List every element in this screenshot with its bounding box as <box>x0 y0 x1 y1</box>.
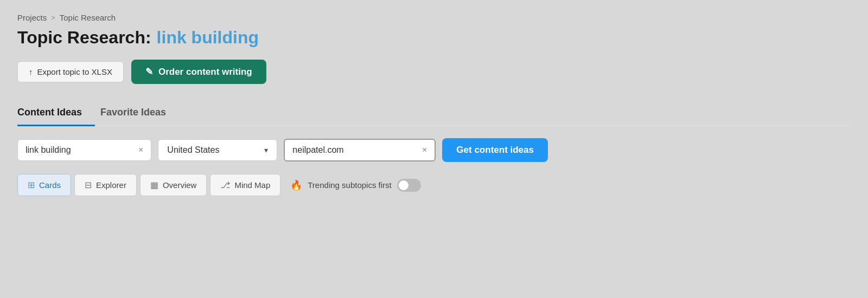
page-title-keyword: link building <box>157 28 259 48</box>
export-label: Export topic to XLSX <box>37 67 112 76</box>
chevron-down-icon: ▾ <box>264 146 268 154</box>
domain-input[interactable] <box>292 145 418 155</box>
view-tabs-row: ⊞ Cards ⊟ Explorer ▦ Overview ⎇ Mind Map… <box>17 174 851 196</box>
fire-icon: 🔥 <box>290 179 302 191</box>
view-tabs: ⊞ Cards ⊟ Explorer ▦ Overview ⎇ Mind Map <box>17 174 280 196</box>
toolbar: ↑ Export topic to XLSX ✎ Order content w… <box>17 60 851 84</box>
trending-label: Trending subtopics first <box>308 180 392 190</box>
country-value: United States <box>167 145 260 155</box>
order-writing-label: Order content writing <box>158 67 252 77</box>
page-title-prefix: Topic Research: <box>17 28 151 48</box>
breadcrumb-current: Topic Research <box>60 13 116 22</box>
breadcrumb-projects[interactable]: Projects <box>17 13 47 22</box>
main-tabs: Content Ideas Favorite Ideas <box>17 101 851 126</box>
trending-section: 🔥 Trending subtopics first <box>290 179 421 192</box>
order-writing-button[interactable]: ✎ Order content writing <box>131 60 266 84</box>
page-title: Topic Research: link building <box>17 28 851 48</box>
domain-filter[interactable]: × <box>284 139 436 161</box>
overview-icon: ▦ <box>150 180 158 190</box>
keyword-clear-icon[interactable]: × <box>138 146 143 154</box>
order-writing-icon: ✎ <box>145 66 153 77</box>
overview-label: Overview <box>163 180 197 190</box>
keyword-filter[interactable]: × <box>17 139 151 161</box>
domain-clear-icon[interactable]: × <box>422 146 427 154</box>
export-button[interactable]: ↑ Export topic to XLSX <box>17 61 124 82</box>
filters-row: × United States ▾ × Get content ideas <box>17 138 851 162</box>
cards-icon: ⊞ <box>28 180 35 190</box>
breadcrumb-separator: > <box>51 14 55 22</box>
view-tab-overview[interactable]: ▦ Overview <box>140 174 207 196</box>
breadcrumb: Projects > Topic Research <box>17 13 851 22</box>
trending-toggle[interactable] <box>397 179 421 192</box>
get-ideas-label: Get content ideas <box>456 145 534 155</box>
country-filter[interactable]: United States ▾ <box>158 139 277 161</box>
tab-favorite-ideas[interactable]: Favorite Ideas <box>100 101 179 126</box>
export-icon: ↑ <box>29 67 33 76</box>
tab-content-ideas[interactable]: Content Ideas <box>17 101 95 126</box>
mind-map-label: Mind Map <box>234 180 270 190</box>
view-tab-cards[interactable]: ⊞ Cards <box>17 174 71 196</box>
keyword-input[interactable] <box>25 145 134 155</box>
explorer-label: Explorer <box>96 180 126 190</box>
cards-label: Cards <box>39 180 61 190</box>
explorer-icon: ⊟ <box>85 180 92 190</box>
get-content-ideas-button[interactable]: Get content ideas <box>442 138 548 162</box>
mind-map-icon: ⎇ <box>220 180 230 190</box>
view-tab-explorer[interactable]: ⊟ Explorer <box>74 174 137 196</box>
view-tab-mind-map[interactable]: ⎇ Mind Map <box>210 174 280 196</box>
